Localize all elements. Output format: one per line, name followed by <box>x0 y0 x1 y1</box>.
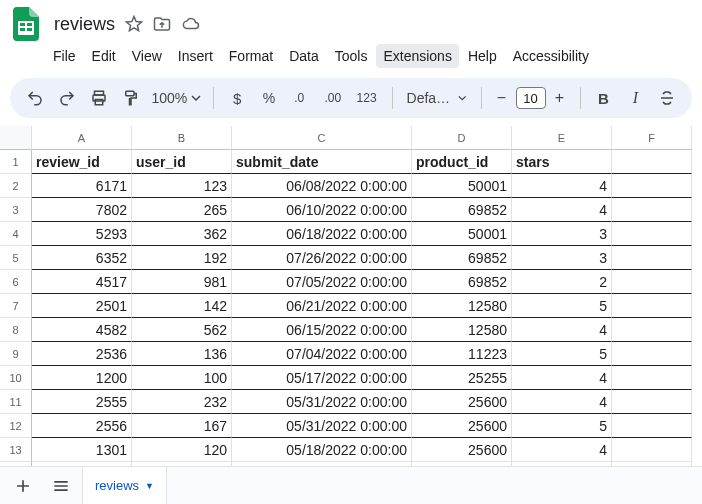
cell[interactable]: 167 <box>132 414 232 438</box>
menu-accessibility[interactable]: Accessibility <box>506 44 596 68</box>
menu-file[interactable]: File <box>46 44 83 68</box>
column-header-A[interactable]: A <box>32 126 132 150</box>
decrease-decimal-button[interactable]: .0 <box>286 83 316 113</box>
cell[interactable]: 4 <box>512 390 612 414</box>
cell[interactable]: 6352 <box>32 246 132 270</box>
cell[interactable] <box>612 246 692 270</box>
cell[interactable]: review_id <box>32 150 132 174</box>
cell[interactable]: 4 <box>512 318 612 342</box>
cell[interactable]: 562 <box>132 318 232 342</box>
sheet-tab-menu-icon[interactable]: ▼ <box>145 481 154 491</box>
cell[interactable] <box>612 342 692 366</box>
menu-format[interactable]: Format <box>222 44 280 68</box>
cell[interactable] <box>612 438 692 462</box>
font-size-input[interactable] <box>516 87 546 109</box>
move-icon[interactable] <box>153 15 171 33</box>
cell[interactable]: 69852 <box>412 270 512 294</box>
cell[interactable]: 4 <box>512 366 612 390</box>
sheet-tab-reviews[interactable]: reviews ▼ <box>82 466 167 504</box>
print-button[interactable] <box>84 83 114 113</box>
menu-tools[interactable]: Tools <box>328 44 375 68</box>
cell[interactable]: 06/18/2022 0:00:00 <box>232 222 412 246</box>
cell[interactable]: 120 <box>132 438 232 462</box>
menu-edit[interactable]: Edit <box>85 44 123 68</box>
doc-title[interactable]: reviews <box>54 14 115 35</box>
cell[interactable]: 142 <box>132 294 232 318</box>
row-header[interactable]: 5 <box>0 246 32 270</box>
cell[interactable]: 25600 <box>412 414 512 438</box>
cell[interactable]: 2 <box>512 270 612 294</box>
cell[interactable]: 12580 <box>412 294 512 318</box>
row-header[interactable]: 9 <box>0 342 32 366</box>
cell[interactable]: 06/21/2022 0:00:00 <box>232 294 412 318</box>
cell[interactable]: 232 <box>132 390 232 414</box>
cell[interactable]: 2501 <box>32 294 132 318</box>
cell[interactable]: 05/31/2022 0:00:00 <box>232 390 412 414</box>
font-family-select[interactable]: Defaul… <box>401 90 473 106</box>
cell[interactable]: 07/26/2022 0:00:00 <box>232 246 412 270</box>
strikethrough-button[interactable] <box>652 83 682 113</box>
row-header[interactable]: 3 <box>0 198 32 222</box>
italic-button[interactable]: I <box>620 83 650 113</box>
zoom-select[interactable]: 100% <box>147 90 205 106</box>
row-header[interactable]: 13 <box>0 438 32 462</box>
cell[interactable]: 50001 <box>412 174 512 198</box>
cell[interactable]: 1200 <box>32 366 132 390</box>
cell[interactable]: 2555 <box>32 390 132 414</box>
column-header-C[interactable]: C <box>232 126 412 150</box>
more-formats-button[interactable]: 123 <box>350 83 384 113</box>
cell[interactable]: 123 <box>132 174 232 198</box>
cell[interactable]: 192 <box>132 246 232 270</box>
cell[interactable]: 5 <box>512 414 612 438</box>
increase-decimal-button[interactable]: .00 <box>318 83 348 113</box>
cell[interactable]: 05/17/2022 0:00:00 <box>232 366 412 390</box>
cell[interactable]: 136 <box>132 342 232 366</box>
cell[interactable]: 2556 <box>32 414 132 438</box>
cell[interactable]: 4517 <box>32 270 132 294</box>
cell[interactable] <box>612 390 692 414</box>
cell[interactable] <box>612 294 692 318</box>
cell[interactable]: 4 <box>512 198 612 222</box>
sheets-logo[interactable] <box>8 6 44 42</box>
cell[interactable]: 5 <box>512 294 612 318</box>
cell[interactable]: 07/05/2022 0:00:00 <box>232 270 412 294</box>
cell[interactable]: 12580 <box>412 318 512 342</box>
row-header[interactable]: 8 <box>0 318 32 342</box>
add-sheet-button[interactable] <box>6 471 40 501</box>
cell[interactable]: 4 <box>512 438 612 462</box>
cell[interactable]: 5293 <box>32 222 132 246</box>
menu-help[interactable]: Help <box>461 44 504 68</box>
cell[interactable]: submit_date <box>232 150 412 174</box>
cell[interactable] <box>612 318 692 342</box>
cell[interactable]: 25600 <box>412 390 512 414</box>
cell[interactable]: 362 <box>132 222 232 246</box>
cell[interactable]: product_id <box>412 150 512 174</box>
cell[interactable]: 3 <box>512 246 612 270</box>
cloud-status-icon[interactable] <box>181 15 201 33</box>
currency-button[interactable]: $ <box>222 83 252 113</box>
cell[interactable]: 05/31/2022 0:00:00 <box>232 414 412 438</box>
cell[interactable]: 05/18/2022 0:00:00 <box>232 438 412 462</box>
row-header[interactable]: 2 <box>0 174 32 198</box>
cell[interactable] <box>612 270 692 294</box>
cell[interactable]: 25600 <box>412 438 512 462</box>
column-header-E[interactable]: E <box>512 126 612 150</box>
row-header[interactable]: 6 <box>0 270 32 294</box>
cell[interactable]: 5 <box>512 342 612 366</box>
undo-button[interactable] <box>20 83 50 113</box>
cell[interactable] <box>612 222 692 246</box>
bold-button[interactable]: B <box>589 83 619 113</box>
cell[interactable]: 06/15/2022 0:00:00 <box>232 318 412 342</box>
cell[interactable]: 06/08/2022 0:00:00 <box>232 174 412 198</box>
cell[interactable]: 265 <box>132 198 232 222</box>
cell[interactable]: stars <box>512 150 612 174</box>
decrease-font-size-button[interactable]: − <box>490 86 514 110</box>
cell[interactable]: 6171 <box>32 174 132 198</box>
spreadsheet-grid[interactable]: ABCDEF 1review_iduser_idsubmit_dateprodu… <box>0 126 702 472</box>
cell[interactable] <box>612 174 692 198</box>
row-header[interactable]: 7 <box>0 294 32 318</box>
cell[interactable]: 25255 <box>412 366 512 390</box>
cell[interactable]: 2536 <box>32 342 132 366</box>
row-header[interactable]: 4 <box>0 222 32 246</box>
menu-extensions[interactable]: Extensions <box>376 44 458 68</box>
